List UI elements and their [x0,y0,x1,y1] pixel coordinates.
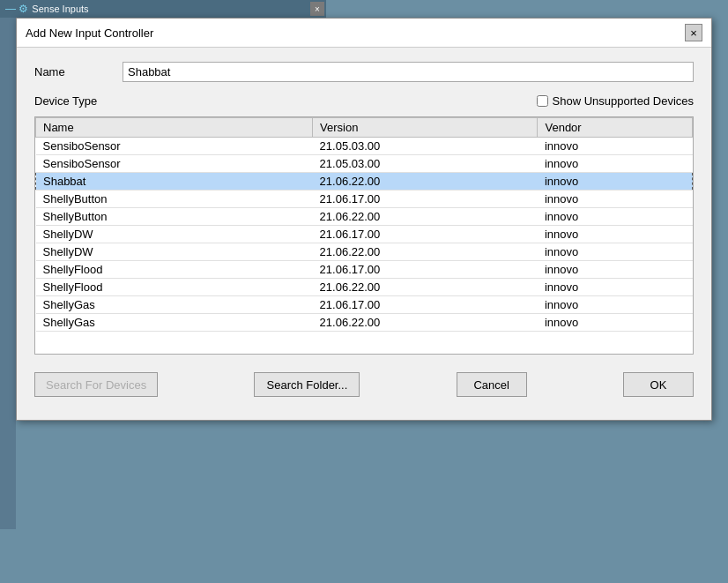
dialog-body: Name Device Type Show Unsupported Device… [17,48,711,420]
table-row[interactable]: ShellyGas21.06.22.00innovo [36,314,693,332]
app-close-button[interactable]: × [310,2,324,16]
table-row[interactable]: ShellyButton21.06.17.00innovo [36,191,693,208]
cell-name: ShellyFlood [36,279,313,296]
app-taskbar: — ⚙ Sense Inputs × [0,0,326,18]
cell-vendor: innovo [538,243,693,261]
cell-name: ShellyGas [36,296,313,314]
dialog-titlebar: Add New Input Controller × [17,19,711,48]
show-unsupported-group: Show Unsupported Devices [537,94,694,108]
cell-version: 21.05.03.00 [313,155,538,173]
cell-name: ShellyButton [36,208,313,226]
device-table-container[interactable]: Name Version Vendor SensiboSensor21.05.0… [34,116,694,355]
cell-vendor: innovo [538,296,693,314]
cell-vendor: innovo [538,138,693,155]
cell-name: ShellyButton [36,191,313,208]
app-title: Sense Inputs [32,4,88,14]
cell-name: SensiboSensor [36,138,313,155]
device-type-row: Device Type Show Unsupported Devices [34,94,694,108]
cell-version: 21.06.22.00 [313,314,538,332]
cancel-button[interactable]: Cancel [457,372,527,397]
col-name: Name [36,118,313,138]
name-input[interactable] [123,62,694,82]
cell-version: 21.06.17.00 [313,296,538,314]
cell-name: ShellyDW [36,226,313,243]
cell-vendor: innovo [538,314,693,332]
table-row[interactable]: ShellyFlood21.06.17.00innovo [36,261,693,279]
search-folder-button[interactable]: Search Folder... [254,372,360,397]
cell-name: ShellyFlood [36,261,313,279]
cell-name: SensiboSensor [36,155,313,173]
table-row[interactable]: ShellyDW21.06.17.00innovo [36,226,693,243]
button-row: Search For Devices Search Folder... Canc… [34,372,694,406]
table-row[interactable]: ShellyGas21.06.17.00innovo [36,296,693,314]
table-header-row: Name Version Vendor [36,118,693,138]
cell-vendor: innovo [538,261,693,279]
table-row[interactable]: Shabbat21.06.22.00innovo [36,173,693,191]
cell-vendor: innovo [538,208,693,226]
cell-vendor: innovo [538,279,693,296]
device-type-label: Device Type [34,94,123,108]
table-row[interactable]: ShellyFlood21.06.22.00innovo [36,279,693,296]
cell-name: ShellyDW [36,243,313,261]
cell-version: 21.06.17.00 [313,191,538,208]
cell-name: ShellyGas [36,314,313,332]
cell-version: 21.06.22.00 [313,208,538,226]
col-version: Version [313,118,538,138]
cell-version: 21.06.17.00 [313,226,538,243]
name-label: Name [34,65,123,78]
device-table: Name Version Vendor SensiboSensor21.05.0… [35,117,693,332]
cell-vendor: innovo [538,226,693,243]
cell-name: Shabbat [36,173,313,191]
table-row[interactable]: SensiboSensor21.05.03.00innovo [36,155,693,173]
cell-vendor: innovo [538,155,693,173]
search-devices-button[interactable]: Search For Devices [34,372,158,397]
cell-version: 21.06.22.00 [313,243,538,261]
dialog-title: Add New Input Controller [26,26,153,40]
name-row: Name [34,62,694,82]
dialog-close-button[interactable]: × [685,24,702,41]
table-body: SensiboSensor21.05.03.00innovoSensiboSen… [36,138,693,332]
table-row[interactable]: ShellyButton21.06.22.00innovo [36,208,693,226]
cell-version: 21.05.03.00 [313,138,538,155]
cell-version: 21.06.22.00 [313,173,538,191]
app-icon: — ⚙ [5,3,28,15]
show-unsupported-checkbox[interactable] [537,95,548,107]
ok-button[interactable]: OK [623,372,694,397]
cell-version: 21.06.17.00 [313,261,538,279]
dialog: Add New Input Controller × Name Device T… [16,18,712,421]
table-row[interactable]: SensiboSensor21.05.03.00innovo [36,138,693,155]
show-unsupported-label: Show Unsupported Devices [553,94,694,108]
cell-version: 21.06.22.00 [313,279,538,296]
cell-vendor: innovo [538,173,693,191]
cell-vendor: innovo [538,191,693,208]
left-strip [0,18,16,529]
col-vendor: Vendor [538,118,693,138]
table-row[interactable]: ShellyDW21.06.22.00innovo [36,243,693,261]
